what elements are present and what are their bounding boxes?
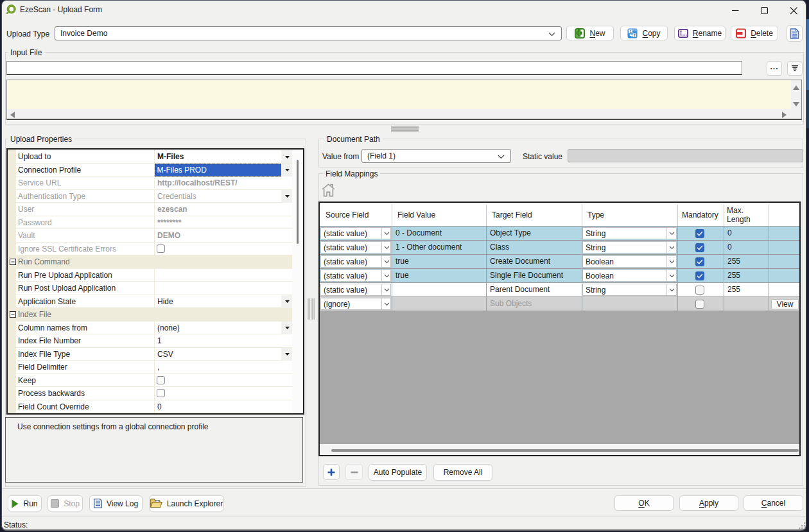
svg-text:2: 2 — [634, 33, 636, 37]
svg-text:1: 1 — [630, 30, 632, 33]
